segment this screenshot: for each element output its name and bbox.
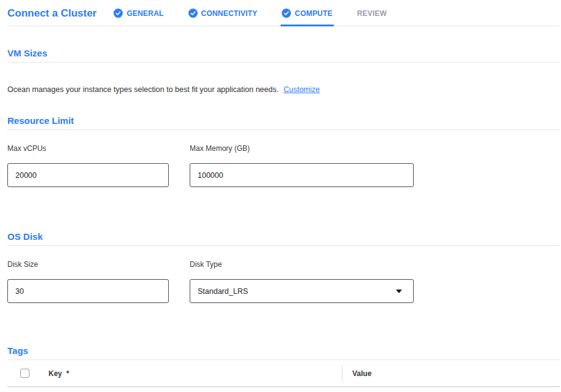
tab-general[interactable]: GENERAL: [114, 0, 163, 26]
tab-connectivity[interactable]: CONNECTIVITY: [188, 0, 258, 26]
max-vcpus-label: Max vCPUs: [7, 144, 169, 153]
tab-compute[interactable]: COMPUTE: [282, 0, 332, 26]
vm-sizes-description: Ocean manages your instance types select…: [7, 85, 560, 94]
disk-type-field: Disk Type Standard_LRS: [190, 260, 414, 303]
max-vcpus-input[interactable]: [7, 163, 169, 187]
tab-review[interactable]: REVIEW: [357, 0, 387, 26]
check-circle-icon: [114, 9, 123, 18]
section-divider: [7, 62, 560, 63]
os-disk-title: OS Disk: [7, 231, 560, 242]
select-all-checkbox[interactable]: [20, 369, 29, 378]
tab-label: REVIEW: [357, 9, 387, 18]
tags-table-header-row: Key* Value: [7, 360, 560, 387]
required-marker: *: [66, 369, 69, 378]
disk-type-select[interactable]: Standard_LRS: [190, 279, 414, 303]
os-disk-fields: Disk Size Disk Type Standard_LRS: [7, 260, 560, 303]
check-circle-icon: [282, 9, 291, 18]
connect-cluster-page: Connect a Cluster GENERAL CONNECTIVITY C…: [0, 0, 561, 392]
max-memory-label: Max Memory (GB): [190, 144, 414, 153]
section-resource-limit: Resource Limit Max vCPUs Max Memory (GB): [7, 115, 560, 187]
page-title: Connect a Cluster: [7, 7, 96, 20]
key-column-label: Key: [48, 369, 62, 378]
tab-label: GENERAL: [126, 9, 163, 18]
tags-value-column-header: Value: [352, 369, 371, 378]
compute-step-content: VM Sizes Ocean manages your instance typ…: [0, 48, 561, 387]
max-vcpus-field: Max vCPUs: [7, 144, 169, 187]
vm-sizes-description-text: Ocean manages your instance types select…: [7, 85, 279, 94]
check-circle-icon: [188, 9, 198, 18]
tab-label: CONNECTIVITY: [201, 9, 258, 18]
resource-limit-fields: Max vCPUs Max Memory (GB): [7, 144, 560, 187]
section-tags: Tags Key* Value: [7, 345, 560, 387]
tags-title: Tags: [7, 345, 560, 356]
resource-limit-title: Resource Limit: [7, 115, 560, 126]
wizard-header: Connect a Cluster GENERAL CONNECTIVITY C…: [0, 0, 561, 26]
disk-size-label: Disk Size: [7, 260, 169, 269]
caret-down-icon: [396, 290, 402, 293]
disk-size-field: Disk Size: [7, 260, 169, 303]
vm-sizes-title: VM Sizes: [7, 48, 560, 58]
tab-label: COMPUTE: [295, 9, 332, 18]
section-vm-sizes: VM Sizes Ocean manages your instance typ…: [7, 48, 560, 94]
customize-link[interactable]: Customize: [284, 85, 320, 94]
section-divider: [7, 129, 560, 130]
wizard-tabs: GENERAL CONNECTIVITY COMPUTE REVIEW: [114, 0, 411, 26]
tags-key-column-header: Key*: [48, 369, 342, 378]
column-divider: [342, 366, 342, 382]
section-divider: [7, 245, 560, 246]
disk-type-label: Disk Type: [190, 260, 414, 269]
max-memory-input[interactable]: [190, 163, 414, 187]
disk-size-input[interactable]: [7, 279, 169, 303]
section-os-disk: OS Disk Disk Size Disk Type Standard_LRS: [7, 231, 560, 303]
disk-type-selected-value: Standard_LRS: [198, 287, 248, 296]
max-memory-field: Max Memory (GB): [190, 144, 414, 187]
